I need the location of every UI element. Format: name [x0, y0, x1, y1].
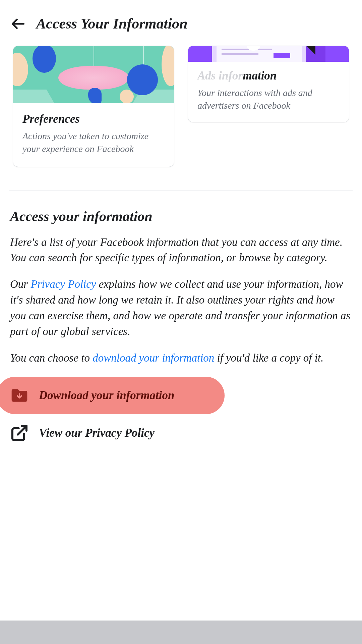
view-privacy-policy-label: View our Privacy Policy: [39, 426, 155, 440]
view-privacy-policy-row[interactable]: View our Privacy Policy: [0, 418, 362, 448]
download-information-label: Download your information: [39, 389, 175, 402]
back-button[interactable]: [10, 16, 26, 32]
bottom-bar: [0, 621, 362, 644]
ads-card-desc: Your interactions with ads and advertise…: [197, 87, 340, 112]
text: You can choose to: [10, 352, 93, 364]
preferences-card-title: Preferences: [22, 112, 165, 126]
ads-information-card[interactable]: Ads information Your interactions with a…: [188, 46, 349, 122]
info-paragraph-2: Our Privacy Policy explains how we colle…: [10, 276, 352, 339]
download-folder-icon: [10, 386, 29, 405]
text: Our: [10, 278, 31, 290]
arrow-left-icon: [11, 16, 25, 31]
info-paragraph-1: Here's a list of your Facebook informati…: [10, 234, 352, 266]
preferences-illustration: [13, 46, 174, 103]
info-heading: Access your information: [10, 208, 352, 224]
privacy-policy-link[interactable]: Privacy Policy: [31, 278, 96, 290]
page-title: Access Your Information: [36, 15, 188, 32]
text: if you'd like a copy of it.: [214, 352, 323, 364]
external-link-icon: [10, 424, 29, 442]
svg-line-1: [18, 426, 26, 435]
ads-card-title: Ads information: [197, 69, 340, 83]
download-info-link[interactable]: download your information: [93, 352, 214, 364]
info-paragraph-3: You can choose to download your informat…: [10, 350, 352, 366]
header: Access Your Information: [0, 0, 362, 42]
download-information-row[interactable]: Download your information: [0, 377, 225, 414]
ads-illustration: [188, 46, 349, 62]
category-cards: Preferences Actions you've taken to cust…: [0, 46, 362, 167]
info-section: Access your information Here's a list of…: [0, 191, 362, 366]
preferences-card-desc: Actions you've taken to customize your e…: [22, 130, 165, 155]
preferences-card[interactable]: Preferences Actions you've taken to cust…: [13, 46, 174, 167]
